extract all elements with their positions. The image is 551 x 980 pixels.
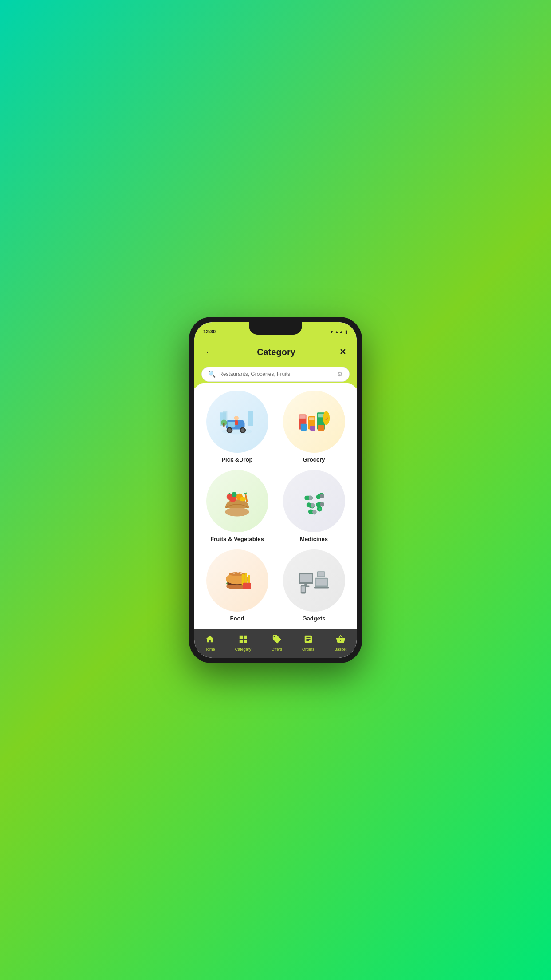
svg-rect-3	[237, 421, 244, 425]
close-button[interactable]: ✕	[338, 345, 348, 359]
back-button[interactable]: ←	[203, 346, 215, 359]
category-item-medicines[interactable]: Medicines	[278, 470, 350, 542]
category-circle-grocery: 🥜	[283, 391, 345, 453]
svg-point-51	[233, 573, 235, 574]
svg-rect-22	[310, 426, 315, 431]
svg-rect-23	[318, 425, 324, 431]
nav-label-home: Home	[205, 647, 215, 652]
svg-rect-18	[309, 417, 314, 420]
svg-point-52	[237, 572, 239, 573]
nav-item-orders[interactable]: Orders	[299, 632, 318, 653]
category-label-fruits-veg: Fruits & Vegetables	[210, 536, 264, 542]
content-area: Pick &Drop	[194, 383, 357, 629]
svg-rect-63	[316, 579, 327, 585]
category-label-pick-drop: Pick &Drop	[221, 456, 252, 463]
svg-rect-68	[318, 572, 324, 576]
category-item-gadgets[interactable]: Gadgets	[278, 549, 350, 622]
categories-grid: Pick &Drop	[201, 391, 350, 629]
svg-point-30	[240, 497, 246, 501]
nav-item-basket[interactable]: Basket	[331, 632, 350, 653]
svg-rect-57	[243, 582, 251, 589]
home-icon	[205, 634, 215, 646]
phone-frame: 12:30 ▾ ▲▲ ▮ ← Category ✕ 🔍 ⚙	[189, 317, 362, 663]
search-wrapper: 🔍 ⚙	[201, 367, 350, 382]
category-label-gadgets: Gadgets	[302, 615, 325, 622]
svg-rect-59	[300, 574, 312, 582]
category-item-food[interactable]: Food	[201, 549, 273, 622]
svg-rect-2	[228, 422, 235, 427]
svg-rect-33	[309, 495, 313, 500]
category-label-food: Food	[230, 615, 244, 622]
svg-point-53	[240, 573, 242, 574]
svg-point-26	[225, 507, 249, 516]
category-item-pick-drop[interactable]: Pick &Drop	[201, 391, 273, 463]
nav-item-home[interactable]: Home	[201, 632, 219, 653]
category-circle-food	[206, 549, 268, 612]
basket-icon	[336, 634, 346, 646]
svg-rect-64	[314, 587, 329, 588]
svg-point-31	[227, 494, 233, 500]
nav-label-category: Categary	[235, 647, 252, 652]
svg-text:🥜: 🥜	[325, 416, 329, 420]
nav-label-basket: Basket	[335, 647, 347, 652]
search-input[interactable]	[219, 371, 334, 377]
category-circle-fruits-veg	[206, 470, 268, 532]
offers-icon	[272, 634, 282, 646]
svg-rect-66	[301, 586, 305, 592]
category-label-medicines: Medicines	[300, 536, 328, 542]
battery-icon: ▮	[345, 329, 348, 334]
bottom-nav: Home Categary Offers	[194, 629, 357, 658]
phone-screen: 12:30 ▾ ▲▲ ▮ ← Category ✕ 🔍 ⚙	[194, 322, 357, 658]
category-item-grocery[interactable]: 🥜 Grocery	[278, 391, 350, 463]
svg-point-7	[241, 428, 245, 432]
svg-rect-21	[301, 423, 307, 430]
status-bar: 12:30 ▾ ▲▲ ▮	[194, 322, 357, 341]
header: ← Category ✕	[194, 341, 357, 367]
nav-label-offers: Offers	[272, 647, 282, 652]
status-icons: ▾ ▲▲ ▮	[331, 329, 348, 334]
category-circle-pick-drop	[206, 391, 268, 453]
nav-item-offers[interactable]: Offers	[268, 632, 286, 653]
svg-rect-12	[223, 423, 224, 427]
category-circle-medicines	[283, 470, 345, 532]
category-circle-gadgets	[283, 549, 345, 612]
svg-point-43	[319, 507, 321, 510]
filter-icon[interactable]: ⚙	[337, 371, 343, 378]
search-icon: 🔍	[208, 371, 216, 378]
nav-label-orders: Orders	[302, 647, 315, 652]
category-icon	[238, 634, 248, 646]
category-label-grocery: Grocery	[303, 456, 325, 463]
svg-point-13	[234, 415, 239, 420]
page-title: Category	[215, 347, 338, 357]
category-item-fruits-veg[interactable]: Fruits & Vegetables	[201, 470, 273, 542]
nav-item-category[interactable]: Categary	[232, 632, 255, 653]
orders-icon	[303, 634, 313, 646]
status-time: 12:30	[203, 329, 216, 334]
svg-rect-9	[248, 411, 253, 426]
signal-icon: ▲▲	[335, 329, 343, 334]
svg-point-5	[228, 428, 232, 432]
wifi-icon: ▾	[331, 329, 333, 334]
notch	[249, 322, 302, 335]
svg-rect-14	[235, 420, 238, 425]
svg-rect-16	[299, 415, 306, 419]
